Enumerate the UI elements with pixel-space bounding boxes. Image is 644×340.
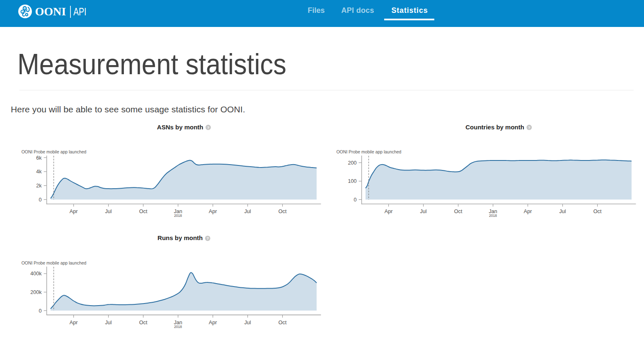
svg-text:Oct: Oct (454, 209, 462, 214)
svg-text:Jul: Jul (559, 209, 566, 214)
svg-text:?: ? (207, 125, 209, 130)
svg-text:Jul: Jul (105, 209, 112, 214)
svg-text:Jul: Jul (245, 209, 251, 214)
svg-text:Oct: Oct (593, 209, 602, 214)
svg-text:Apr: Apr (524, 209, 532, 214)
svg-text:Apr: Apr (209, 209, 217, 214)
svg-text:?: ? (528, 125, 530, 130)
svg-text:2018: 2018 (174, 325, 182, 329)
svg-text:OONI Probe mobile app launched: OONI Probe mobile app launched (22, 150, 87, 154)
svg-text:Oct: Oct (278, 320, 287, 325)
svg-text:6k: 6k (36, 155, 42, 161)
svg-text:200k: 200k (30, 289, 42, 295)
svg-text:0: 0 (353, 197, 356, 203)
svg-text:2018: 2018 (489, 214, 497, 218)
svg-text:Jul: Jul (105, 320, 112, 325)
svg-text:0: 0 (39, 308, 41, 314)
svg-text:Oct: Oct (278, 209, 287, 214)
svg-text:ASNs by month: ASNs by month (157, 124, 203, 131)
svg-text:200: 200 (348, 160, 356, 166)
svg-text:OONI Probe mobile app launched: OONI Probe mobile app launched (22, 261, 87, 265)
svg-text:Runs by month: Runs by month (157, 234, 203, 241)
svg-text:Jul: Jul (420, 209, 427, 214)
svg-text:Countries by month: Countries by month (465, 124, 524, 131)
svg-text:Oct: Oct (139, 209, 148, 214)
svg-text:2k: 2k (36, 183, 42, 189)
svg-text:Apr: Apr (385, 209, 393, 214)
svg-text:Apr: Apr (70, 320, 78, 325)
svg-text:Jul: Jul (245, 320, 251, 325)
svg-text:OONI Probe mobile app launched: OONI Probe mobile app launched (337, 150, 402, 154)
svg-text:Oct: Oct (139, 320, 148, 325)
svg-text:400k: 400k (30, 271, 42, 277)
svg-text:Apr: Apr (209, 320, 217, 325)
svg-text:4k: 4k (36, 169, 42, 175)
svg-text:2018: 2018 (174, 214, 182, 218)
svg-text:?: ? (206, 236, 209, 240)
svg-text:0: 0 (39, 197, 41, 203)
svg-text:Apr: Apr (70, 209, 78, 214)
svg-text:100: 100 (348, 178, 356, 184)
